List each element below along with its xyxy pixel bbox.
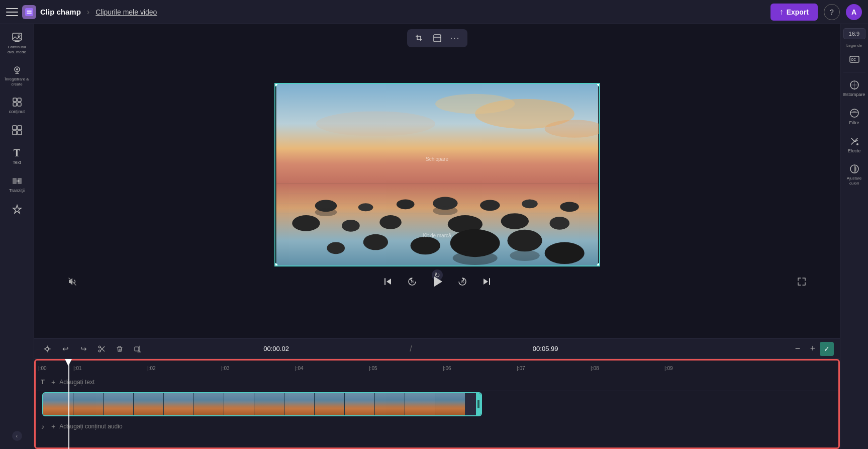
add-text-plus: +	[51, 378, 55, 386]
svg-point-55	[46, 347, 49, 350]
right-sidebar-item-effects[interactable]: Efecte	[841, 132, 867, 158]
svg-rect-0	[25, 8, 33, 16]
app-title: Clip champ	[40, 8, 81, 16]
right-sidebar-item-adjust[interactable]: Ajustare culori	[841, 159, 867, 190]
redo-button[interactable]: ↪	[76, 342, 90, 356]
video-preview-area: ···	[34, 24, 840, 338]
cut-button[interactable]	[94, 342, 109, 356]
filters-icon	[849, 108, 860, 119]
watermark-bottom: Kit de marcă	[423, 233, 451, 238]
svg-point-46	[410, 237, 440, 255]
help-button[interactable]: ?	[824, 4, 840, 20]
filmstrip-thumb	[405, 393, 435, 415]
content-icon	[12, 97, 23, 108]
breadcrumb-sep: ›	[87, 8, 89, 17]
timeline-complete-button[interactable]: ✓	[820, 342, 834, 356]
svg-point-47	[363, 234, 388, 250]
svg-point-43	[549, 217, 569, 230]
svg-marker-53	[434, 277, 442, 287]
filmstrip-thumb	[164, 393, 194, 415]
sidebar-item-brand[interactable]	[2, 200, 32, 220]
magnetic-snap-button[interactable]	[40, 342, 54, 356]
zoom-out-button[interactable]: −	[792, 343, 804, 355]
top-bar-right: Export ? A	[770, 4, 862, 21]
export-button[interactable]: Export	[770, 4, 818, 21]
sidebar-item-record[interactable]: Înregistrare & create	[2, 60, 32, 91]
right-sidebar-item-stamp[interactable]: Estompare	[841, 75, 867, 102]
add-text-button[interactable]: Adăugați text	[59, 379, 94, 386]
add-audio-plus: +	[51, 422, 55, 430]
skip-fwd-button[interactable]	[478, 274, 495, 290]
right-sidebar-item-filters[interactable]: Filtre	[841, 104, 867, 130]
svg-point-22	[316, 111, 435, 136]
svg-point-45	[507, 230, 542, 252]
filmstrip-thumb	[375, 393, 405, 415]
right-sidebar-item-captions[interactable]: CC	[841, 50, 867, 69]
timeline-current-time: 00:00.02	[263, 345, 289, 352]
left-sidebar: Conținutul dvs. mede Înregistrare & crea…	[0, 24, 34, 449]
back-10-button[interactable]: 10	[404, 274, 420, 290]
hamburger-menu[interactable]	[6, 6, 18, 18]
svg-rect-5	[15, 41, 20, 42]
right-sidebar-label-filters: Filtre	[849, 120, 859, 126]
more-button[interactable]: ···	[447, 31, 463, 45]
captions-icon: CC	[849, 54, 860, 65]
sidebar-label-text: Text	[13, 160, 21, 165]
svg-rect-9	[18, 98, 21, 102]
delete-button[interactable]	[113, 342, 127, 356]
video-clip[interactable]	[42, 392, 482, 416]
clip-handle-right[interactable]	[476, 393, 481, 415]
sidebar-collapse[interactable]: ‹	[12, 431, 22, 441]
svg-point-33	[480, 200, 500, 211]
transitions-icon	[12, 175, 23, 187]
svg-point-4	[18, 35, 20, 37]
add-to-timeline-button[interactable]	[131, 342, 145, 356]
video-canvas[interactable]: Schiopare Kit de marcă	[274, 83, 600, 266]
text-icon: T	[12, 147, 23, 158]
aspect-ratio-selector[interactable]: 16:9	[843, 28, 865, 39]
sidebar-item-text[interactable]: T Text	[2, 143, 32, 169]
corner-handle-br[interactable]	[597, 263, 600, 266]
skip-back-button[interactable]	[380, 274, 396, 290]
templates-icon	[12, 125, 23, 136]
svg-rect-15	[18, 131, 22, 135]
crop-button[interactable]	[411, 31, 427, 45]
mute-button[interactable]	[64, 274, 80, 290]
svg-point-56	[99, 350, 101, 352]
filmstrip-thumb	[254, 393, 284, 415]
svg-point-49	[544, 242, 584, 264]
timeline-area: ↩ ↪	[34, 338, 840, 449]
sidebar-label-transitions: Tranziţii	[9, 188, 25, 194]
sidebar-label-record: Înregistrare & create	[4, 77, 30, 86]
filmstrip-thumb	[104, 393, 134, 415]
filmstrip-thumb	[435, 393, 465, 415]
right-sidebar-label-stamp: Estompare	[843, 92, 865, 98]
svg-point-21	[435, 94, 515, 114]
sidebar-item-templates[interactable]	[2, 121, 32, 141]
avatar-button[interactable]: A	[846, 4, 862, 20]
filmstrip-thumb	[73, 393, 104, 415]
svg-point-38	[292, 215, 320, 231]
play-button[interactable]	[428, 273, 446, 291]
breadcrumb-link[interactable]: Clipurile mele video	[95, 8, 157, 16]
svg-point-34	[522, 199, 538, 208]
svg-point-40	[379, 215, 402, 229]
sidebar-item-content[interactable]: conținut	[2, 93, 32, 119]
add-audio-button[interactable]: Adăugați conținut audio	[59, 423, 122, 430]
forward-10-button[interactable]: 10	[454, 274, 470, 290]
sidebar-item-transitions[interactable]: Tranziţii	[2, 171, 32, 198]
svg-text:10: 10	[461, 280, 464, 283]
sidebar-item-media[interactable]: Conținutul dvs. mede	[2, 28, 32, 58]
fullscreen-button[interactable]	[794, 274, 810, 290]
corner-handle-bl[interactable]	[274, 263, 278, 266]
svg-rect-14	[13, 131, 17, 135]
layout-button[interactable]	[429, 31, 445, 45]
svg-point-36	[315, 208, 337, 216]
svg-point-35	[560, 202, 579, 212]
filmstrip-thumb	[194, 393, 224, 415]
timeline-toolbar: ↩ ↪	[34, 339, 840, 359]
svg-point-50	[452, 251, 497, 265]
svg-point-63	[856, 143, 858, 145]
zoom-in-button[interactable]: +	[807, 343, 819, 355]
undo-button[interactable]: ↩	[58, 342, 72, 356]
